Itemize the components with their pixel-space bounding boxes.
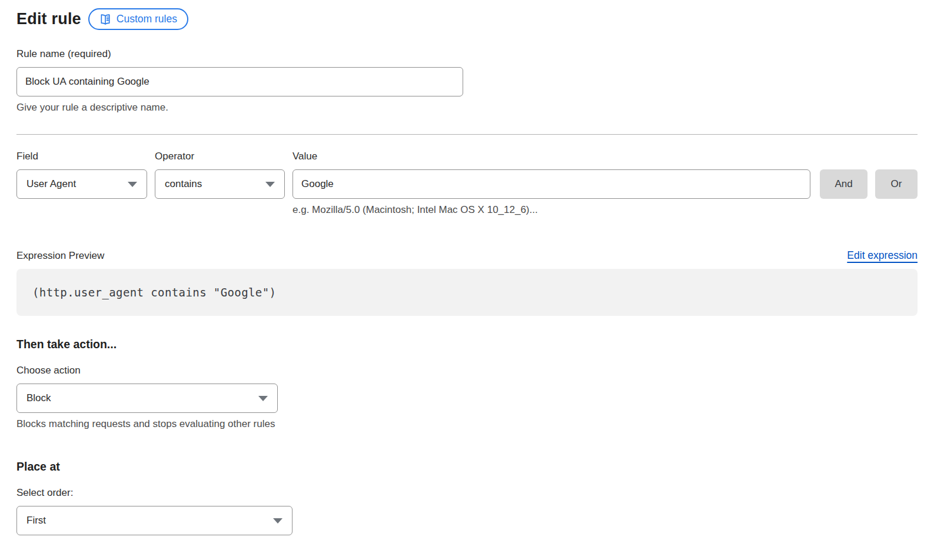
field-column: Field User Agent <box>16 151 147 199</box>
value-input[interactable] <box>293 169 810 199</box>
rule-name-input[interactable] <box>16 67 463 96</box>
chevron-down-icon <box>265 182 275 187</box>
order-select[interactable]: First <box>16 506 293 535</box>
custom-rules-button[interactable]: Custom rules <box>88 8 188 30</box>
edit-rule-page: Edit rule Custom rules Rule name (requir… <box>0 0 934 535</box>
operator-select[interactable]: contains <box>155 169 285 199</box>
field-select[interactable]: User Agent <box>16 169 147 199</box>
select-order-label: Select order: <box>16 487 918 499</box>
or-button-wrap: Or <box>875 151 918 199</box>
and-button-wrap: And <box>820 151 867 199</box>
expression-section: Expression Preview Edit expression (http… <box>16 249 918 316</box>
field-select-value: User Agent <box>26 178 122 190</box>
and-button[interactable]: And <box>820 169 867 199</box>
expression-preview-label: Expression Preview <box>16 250 104 262</box>
rule-name-help: Give your rule a descriptive name. <box>16 102 918 114</box>
chevron-down-icon <box>128 182 137 187</box>
book-icon <box>99 14 111 25</box>
edit-expression-link[interactable]: Edit expression <box>847 249 918 262</box>
choose-action-label: Choose action <box>16 365 918 376</box>
or-button[interactable]: Or <box>875 169 918 199</box>
value-help: e.g. Mozilla/5.0 (Macintosh; Intel Mac O… <box>293 204 810 216</box>
custom-rules-button-label: Custom rules <box>117 13 177 25</box>
action-select[interactable]: Block <box>16 384 278 413</box>
page-header: Edit rule Custom rules <box>16 8 918 30</box>
place-at-heading: Place at <box>16 460 918 474</box>
value-column: Value e.g. Mozilla/5.0 (Macintosh; Intel… <box>293 151 810 216</box>
action-heading: Then take action... <box>16 338 918 351</box>
condition-row: Field User Agent Operator contains Value… <box>16 151 918 216</box>
expression-header: Expression Preview Edit expression <box>16 249 918 262</box>
operator-select-value: contains <box>165 178 260 190</box>
action-section: Then take action... Choose action Block … <box>16 338 918 430</box>
page-title: Edit rule <box>16 10 81 28</box>
expression-preview-box: (http.user_agent contains "Google") <box>16 269 918 316</box>
placement-section: Place at Select order: First <box>16 460 918 535</box>
operator-column: Operator contains <box>155 151 285 199</box>
operator-label: Operator <box>155 151 285 162</box>
chevron-down-icon <box>258 396 268 401</box>
value-label: Value <box>293 151 810 162</box>
divider <box>16 134 918 135</box>
action-help: Blocks matching requests and stops evalu… <box>16 418 918 430</box>
chevron-down-icon <box>273 518 282 524</box>
action-select-value: Block <box>26 392 252 404</box>
expression-preview-code: (http.user_agent contains "Google") <box>32 286 276 299</box>
order-select-value: First <box>26 515 267 526</box>
rule-name-section: Rule name (required) Give your rule a de… <box>16 48 918 114</box>
field-label: Field <box>16 151 147 162</box>
rule-name-label: Rule name (required) <box>16 48 918 60</box>
